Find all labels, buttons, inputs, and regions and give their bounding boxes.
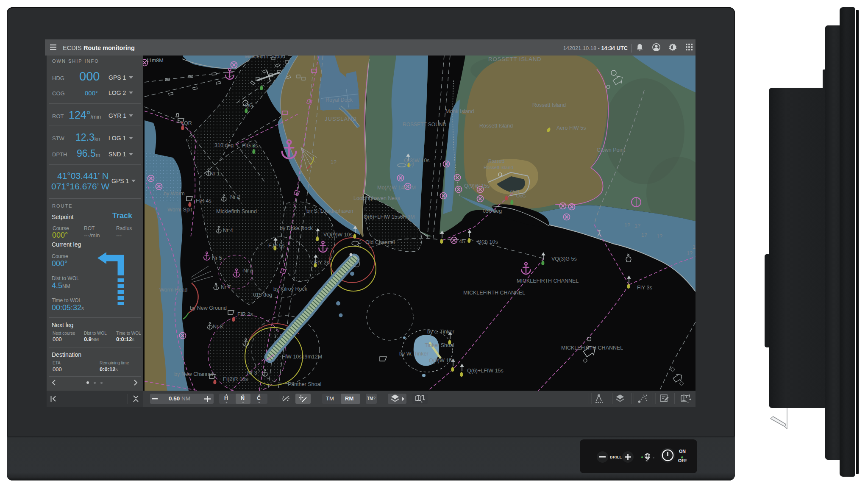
- svg-text:Royal Dock: Royal Dock: [326, 97, 353, 103]
- svg-text:FIR 4s: FIR 4s: [196, 198, 211, 204]
- svg-text:OcG: OcG: [516, 193, 526, 198]
- svg-text:Lookinghaven Ness: Lookinghaven Ness: [353, 195, 400, 201]
- svg-text:310 deg: 310 deg: [214, 142, 234, 148]
- svg-text:Mo(A)W 14m7M: Mo(A)W 14m7M: [377, 185, 416, 191]
- svg-text:Aero FIW 5s: Aero FIW 5s: [556, 125, 586, 131]
- svg-text:Micklefirth Sound: Micklefirth Sound: [216, 208, 257, 214]
- svg-text:Old Channel: Old Channel: [365, 239, 395, 245]
- svg-text:Rossett Island: Rossett Island: [479, 123, 513, 129]
- svg-text:1?: 1?: [693, 244, 696, 250]
- svg-text:QG: QG: [245, 103, 253, 108]
- svg-text:Q(9)W 15s: Q(9)W 15s: [429, 358, 454, 364]
- svg-text:ROSSETT SOUND: ROSSETT SOUND: [403, 122, 446, 128]
- svg-text:by W. Tinker: by W. Tinker: [399, 351, 428, 357]
- svg-text:ROSSETT ISLAND: ROSSETT ISLAND: [488, 56, 542, 62]
- svg-text:VQ(9)W 10s: VQ(9)W 10s: [323, 232, 353, 238]
- svg-text:1?: 1?: [624, 222, 630, 228]
- svg-text:Clown Point: Clown Point: [597, 147, 625, 153]
- svg-text:FIY 2s: FIY 2s: [314, 260, 329, 266]
- svg-text:MICKLEFIRTH CHANNEL: MICKLEFIRTH CHANNEL: [517, 278, 579, 284]
- svg-text:by Kilroy Rock: by Kilroy Rock: [273, 286, 308, 292]
- svg-text:Rossett Island: Rossett Island: [532, 102, 566, 108]
- svg-text:Q(3) 10s: Q(3) 10s: [477, 239, 498, 245]
- svg-text:by New Ground: by New Ground: [190, 305, 227, 311]
- svg-text:MICKLEFIRTH CHANNEL: MICKLEFIRTH CHANNEL: [463, 290, 525, 296]
- svg-text:FI(2)R 10s: FI(2)R 10s: [223, 376, 248, 382]
- svg-text:Nr 1: Nr 1: [210, 171, 220, 177]
- svg-text:VQ(3)G 5s: VQ(3)G 5s: [551, 256, 577, 262]
- svg-text:015 deg: 015 deg: [253, 292, 272, 298]
- svg-text:Nr 8: Nr 8: [213, 324, 223, 330]
- svg-text:by Doke Rock: by Doke Rock: [280, 225, 313, 231]
- svg-text:1?: 1?: [657, 233, 662, 239]
- svg-text:Nr 4: Nr 4: [223, 228, 233, 233]
- svg-text:1?: 1?: [331, 159, 337, 165]
- svg-text:Panther Shoal: Panther Shoal: [288, 381, 321, 387]
- svg-text:Rossett: Rossett: [488, 158, 504, 164]
- svg-text:FIR 2s: FIR 2s: [237, 311, 253, 317]
- svg-text:1?: 1?: [641, 232, 647, 238]
- svg-text:QR: QR: [184, 120, 192, 126]
- svg-text:Nr 5: Nr 5: [212, 255, 222, 261]
- svg-text:FIY 3s: FIY 3s: [637, 285, 652, 291]
- svg-text:1?: 1?: [408, 163, 414, 169]
- svg-text:030 deg: 030 deg: [483, 208, 502, 214]
- svg-text:Nr 7: Nr 7: [221, 284, 231, 290]
- svg-text:Nr 3: Nr 3: [247, 370, 257, 376]
- svg-text:by Worm: by Worm: [164, 191, 185, 197]
- svg-text:FIW 10s19m12M: FIW 10s19m12M: [282, 354, 322, 360]
- svg-text:Micklefirth Sound: Micklefirth Sound: [245, 56, 285, 59]
- svg-text:Q(9)W 15s: Q(9)W 15s: [464, 183, 490, 189]
- svg-text:FJY 5s: FJY 5s: [268, 243, 285, 249]
- svg-text:1?: 1?: [687, 250, 693, 256]
- svg-text:1?: 1?: [634, 223, 640, 229]
- svg-text:45: 45: [459, 239, 465, 244]
- svg-text:Q(6)+LFIW 15s6m3M: Q(6)+LFIW 15s6m3M: [364, 214, 415, 220]
- svg-text:Monk Island: Monk Island: [445, 108, 474, 114]
- svg-text:Nr 2: Nr 2: [230, 194, 240, 200]
- svg-text:Nr 6: Nr 6: [243, 268, 253, 274]
- svg-text:bn S. Lookinghaven: bn S. Lookinghaven: [306, 208, 353, 214]
- svg-text:41m8M: 41m8M: [146, 58, 164, 64]
- svg-text:FIG 3s: FIG 3s: [242, 143, 258, 149]
- svg-text:Rossett Island: Rossett Island: [484, 165, 513, 170]
- svg-text:MICKLEFIRTH CHANNEL: MICKLEFIRTH CHANNEL: [561, 345, 623, 351]
- svg-text:Tinker Shoal: Tinker Shoal: [425, 342, 454, 348]
- svg-text:JUSSLAND: JUSSLAND: [325, 116, 357, 122]
- svg-text:Worm Head: Worm Head: [159, 287, 188, 293]
- svg-text:Worm Spit: Worm Spit: [167, 207, 192, 213]
- svg-text:Q(6)+LFIW 15s: Q(6)+LFIW 15s: [467, 368, 504, 374]
- svg-text:by c. Tinker: by c. Tinker: [427, 329, 454, 335]
- svg-text:by New Channel: by New Channel: [174, 371, 213, 377]
